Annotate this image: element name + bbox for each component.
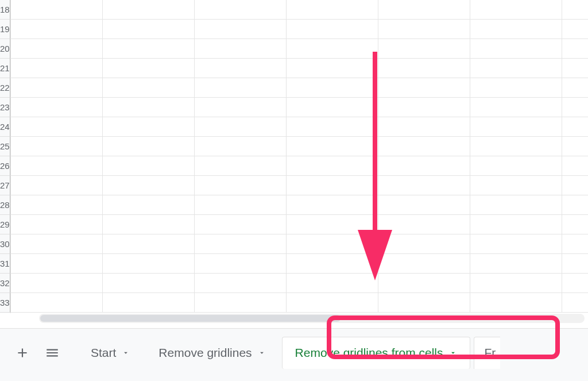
cell[interactable] <box>470 254 562 273</box>
cell[interactable] <box>562 39 588 58</box>
scrollbar-thumb[interactable] <box>40 315 341 322</box>
cell[interactable] <box>11 137 103 156</box>
cell[interactable] <box>378 215 470 234</box>
cell[interactable] <box>562 195 588 214</box>
row-header[interactable]: 29 <box>0 215 10 234</box>
cell[interactable] <box>103 274 195 293</box>
cell[interactable] <box>562 98 588 117</box>
cell[interactable] <box>195 293 287 312</box>
cell[interactable] <box>378 234 470 253</box>
cell[interactable] <box>287 156 378 175</box>
cell[interactable] <box>11 195 103 214</box>
row-header[interactable]: 22 <box>0 78 10 98</box>
cell[interactable] <box>470 78 562 97</box>
cell[interactable] <box>378 39 470 58</box>
cell[interactable] <box>195 254 287 273</box>
cell[interactable] <box>470 0 562 19</box>
sheet-tab-remove-gridlines-from-cells[interactable]: Remove gridlines from cells <box>282 337 470 369</box>
cell[interactable] <box>195 20 287 39</box>
cell[interactable] <box>103 0 195 19</box>
cell[interactable] <box>470 234 562 253</box>
row-header[interactable]: 30 <box>0 234 10 254</box>
cell[interactable] <box>195 78 287 97</box>
cell[interactable] <box>287 117 378 136</box>
row-header[interactable]: 20 <box>0 39 10 59</box>
cell[interactable] <box>378 20 470 39</box>
row-header[interactable]: 24 <box>0 117 10 137</box>
cell[interactable] <box>195 156 287 175</box>
cell[interactable] <box>103 176 195 195</box>
cell[interactable] <box>287 293 378 312</box>
cell[interactable] <box>287 39 378 58</box>
cell[interactable] <box>103 234 195 253</box>
cell[interactable] <box>470 59 562 78</box>
cell[interactable] <box>287 98 378 117</box>
cell[interactable] <box>11 0 103 19</box>
cell[interactable] <box>378 156 470 175</box>
cell[interactable] <box>562 176 588 195</box>
cell[interactable] <box>195 137 287 156</box>
cell[interactable] <box>378 78 470 97</box>
cell[interactable] <box>470 156 562 175</box>
cell[interactable] <box>287 137 378 156</box>
cell[interactable] <box>11 176 103 195</box>
cell[interactable] <box>287 176 378 195</box>
row-header[interactable]: 33 <box>0 293 10 313</box>
cell[interactable] <box>287 78 378 97</box>
cell[interactable] <box>195 59 287 78</box>
sheet-tab-remove-gridlines[interactable]: Remove gridlines <box>146 337 278 369</box>
horizontal-scrollbar[interactable] <box>36 314 588 323</box>
cell[interactable] <box>11 234 103 253</box>
cell[interactable] <box>378 293 470 312</box>
cell[interactable] <box>562 0 588 19</box>
cell[interactable] <box>470 20 562 39</box>
cell[interactable] <box>562 156 588 175</box>
cell[interactable] <box>11 78 103 97</box>
cell[interactable] <box>378 195 470 214</box>
cell[interactable] <box>103 20 195 39</box>
cell[interactable] <box>11 98 103 117</box>
cell[interactable] <box>103 156 195 175</box>
cell[interactable] <box>287 195 378 214</box>
cell[interactable] <box>195 274 287 293</box>
cell[interactable] <box>378 137 470 156</box>
cell[interactable] <box>562 117 588 136</box>
cell[interactable] <box>562 293 588 312</box>
cell[interactable] <box>562 137 588 156</box>
cell[interactable] <box>195 215 287 234</box>
cell[interactable] <box>287 254 378 273</box>
cell[interactable] <box>470 39 562 58</box>
cell[interactable] <box>11 20 103 39</box>
row-header[interactable]: 27 <box>0 176 10 195</box>
cell[interactable] <box>470 137 562 156</box>
sheet-tab-start[interactable]: Start <box>78 337 142 369</box>
cell[interactable] <box>103 78 195 97</box>
cell[interactable] <box>378 254 470 273</box>
cell[interactable] <box>103 98 195 117</box>
cell[interactable] <box>11 59 103 78</box>
row-header[interactable]: 23 <box>0 98 10 117</box>
cell[interactable] <box>195 195 287 214</box>
cell[interactable] <box>470 98 562 117</box>
cell[interactable] <box>103 195 195 214</box>
cells-area[interactable] <box>11 0 588 313</box>
row-header[interactable]: 25 <box>0 137 10 156</box>
cell[interactable] <box>103 39 195 58</box>
row-header[interactable]: 18 <box>0 0 10 20</box>
row-header[interactable]: 32 <box>0 274 10 293</box>
row-header[interactable]: 31 <box>0 254 10 274</box>
cell[interactable] <box>195 176 287 195</box>
cell[interactable] <box>103 59 195 78</box>
spreadsheet-grid[interactable]: 18192021222324252627282930313233 <box>0 0 588 313</box>
cell[interactable] <box>562 59 588 78</box>
cell[interactable] <box>470 176 562 195</box>
cell[interactable] <box>103 137 195 156</box>
cell[interactable] <box>195 98 287 117</box>
cell[interactable] <box>11 274 103 293</box>
cell[interactable] <box>562 274 588 293</box>
scrollbar-track[interactable] <box>39 314 585 323</box>
cell[interactable] <box>11 39 103 58</box>
cell[interactable] <box>378 98 470 117</box>
cell[interactable] <box>378 274 470 293</box>
cell[interactable] <box>562 254 588 273</box>
